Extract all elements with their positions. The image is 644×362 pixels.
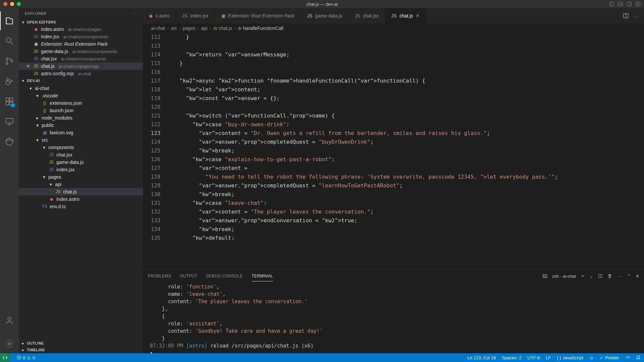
folder-item[interactable]: ▾public	[19, 122, 143, 129]
panel-tab-debug-console[interactable]: DEBUG CONSOLE	[206, 271, 243, 281]
toggle-panel-left-icon[interactable]	[609, 1, 614, 7]
explorer-activity[interactable]	[0, 11, 19, 30]
feedback-icon[interactable]: ☺	[589, 355, 594, 360]
kill-terminal-icon[interactable]	[607, 274, 612, 278]
chevron-down-icon: ▾	[42, 145, 46, 150]
language-mode[interactable]: { } JavaScript	[557, 355, 583, 360]
remote-indicator[interactable]	[0, 353, 10, 362]
js-file-icon: JS	[391, 13, 397, 18]
folder-item[interactable]: ▾.vscode	[19, 92, 143, 99]
project-section[interactable]: ▾ DEV-AI	[19, 77, 143, 84]
file-item[interactable]: ▦favicon.svg	[19, 129, 143, 136]
maximize-panel-icon[interactable]: ⌃	[627, 274, 631, 279]
open-editor-item[interactable]: ✕JSchat.jsxai-chat/src/components	[19, 55, 143, 62]
live-server-icon[interactable]	[625, 355, 630, 360]
js-file-icon: JS	[55, 189, 61, 194]
editor-tab[interactable]: JSindex.jsx	[176, 8, 215, 24]
accounts-activity[interactable]	[0, 311, 19, 330]
svg-point-9	[6, 38, 11, 43]
edge-tools-activity[interactable]	[0, 132, 19, 151]
svg-rect-4	[627, 2, 632, 6]
warning-icon: ⚠	[27, 355, 31, 360]
breadcrumb-segment[interactable]: src	[171, 26, 177, 31]
astro-file-icon: ◆	[48, 197, 54, 201]
cursor-position[interactable]: Ln 123, Col 16	[467, 355, 496, 360]
customize-layout-icon[interactable]	[635, 1, 641, 7]
code-editor[interactable]: 1121131141151161171181191201211221231241…	[143, 33, 644, 269]
more-actions-icon[interactable]: ···	[634, 13, 639, 18]
outline-section[interactable]: ▸ OUTLINE	[19, 340, 143, 347]
open-editor-item[interactable]: ✕◆index.astroai-chat/src/pages	[19, 26, 143, 33]
open-editor-item[interactable]: ✕JSastro.config.mjsai-chat	[19, 70, 143, 77]
folder-item[interactable]: ▾components	[19, 144, 143, 151]
file-item[interactable]: JSindex.jsx	[19, 166, 143, 173]
search-activity[interactable]	[0, 32, 19, 50]
problems-status[interactable]: ⓧ0 ⚠0	[17, 355, 35, 361]
file-item[interactable]: ◆index.astro	[19, 195, 143, 203]
editor-tab[interactable]: JSgame-data.js	[301, 8, 349, 24]
open-editor-item[interactable]: ✕▣Extension: Rust Extension Pack	[19, 40, 143, 48]
terminal-name[interactable]: zsh - ai-chat	[552, 274, 576, 279]
split-terminal-icon[interactable]	[598, 274, 603, 278]
editor-tab[interactable]: JSchat.js✕	[385, 8, 426, 24]
open-editors-section[interactable]: ▾ OPEN EDITORS	[19, 19, 143, 26]
open-editor-item[interactable]: ✕JSchat.jsai-chat/src/pages/api	[19, 62, 143, 70]
file-item[interactable]: JSgame-data.js	[19, 159, 143, 166]
breadcrumb[interactable]: ai-chat›src›pages›api›JS chat.js›⊕ handl…	[143, 24, 644, 33]
folder-item[interactable]: ▾src	[19, 136, 143, 144]
explorer-more-icon[interactable]: ···	[132, 11, 137, 15]
terminal-dropdown-icon[interactable]: ⌄	[590, 274, 593, 279]
close-tab-icon[interactable]: ✕	[416, 13, 420, 18]
editor-tab[interactable]: ▣Extension: Rust Extension Pack	[215, 8, 301, 24]
more-terminal-icon[interactable]: ···	[617, 274, 623, 279]
indentation-status[interactable]: Spaces: 2	[502, 355, 521, 360]
close-window-button[interactable]	[3, 2, 7, 6]
breadcrumb-segment[interactable]: pages	[183, 26, 195, 31]
breadcrumb-segment[interactable]: ai-chat	[151, 26, 165, 31]
folder-item[interactable]: ▸node_modules	[19, 114, 143, 122]
svg-point-27	[8, 317, 11, 320]
activity-bar: 7	[0, 8, 19, 353]
folder-item[interactable]: ▾pages	[19, 173, 143, 181]
eol-status[interactable]: LF	[546, 355, 551, 360]
file-item[interactable]: JSchat.js	[19, 188, 143, 195]
minimize-window-button[interactable]	[10, 2, 14, 6]
source-control-activity[interactable]	[0, 52, 19, 71]
file-item[interactable]: TSenv.d.ts	[19, 203, 143, 210]
file-item[interactable]: {}launch.json	[19, 107, 143, 114]
panel-tab-terminal[interactable]: TERMINAL	[252, 271, 273, 281]
js-file-icon: JS	[307, 13, 312, 18]
split-editor-icon[interactable]	[623, 13, 629, 19]
terminal-picker-icon[interactable]	[543, 274, 547, 278]
zoom-window-button[interactable]	[17, 2, 21, 6]
prettier-status[interactable]: ✓ Prettier	[600, 355, 619, 360]
file-item[interactable]: {}extensions.json	[19, 99, 143, 107]
toggle-panel-right-icon[interactable]	[627, 1, 632, 7]
new-terminal-icon[interactable]: ＋	[581, 273, 585, 279]
breadcrumb-segment[interactable]: api	[201, 26, 208, 31]
open-editor-item[interactable]: ✕JSindex.jsxai-chat/src/components	[19, 33, 143, 40]
svg-point-26	[6, 138, 13, 145]
panel-tab-output[interactable]: OUTPUT	[180, 271, 197, 281]
folder-item[interactable]: ▾api	[19, 181, 143, 188]
breadcrumb-segment[interactable]: ⊕ handleFunctionCall	[238, 26, 283, 31]
close-editor-icon[interactable]: ✕	[26, 63, 31, 69]
settings-activity[interactable]	[0, 334, 19, 353]
extensions-activity[interactable]: 7	[0, 92, 19, 111]
editor-tab[interactable]: JSchat.jsx	[349, 8, 385, 24]
run-debug-activity[interactable]	[0, 72, 19, 91]
terminal-output[interactable]: role: 'function', name: 'leave-chat', co…	[143, 282, 644, 353]
encoding-status[interactable]: UTF-8	[527, 355, 540, 360]
folder-item[interactable]: ▾ai-chat	[19, 85, 143, 92]
timeline-section[interactable]: ▸ TIMELINE	[19, 347, 143, 353]
panel-tab-problems[interactable]: PROBLEMS	[148, 271, 171, 281]
file-item[interactable]: JSchat.jsx	[19, 151, 143, 159]
remote-explorer-activity[interactable]	[0, 112, 19, 131]
close-panel-icon[interactable]: ✕	[636, 274, 639, 279]
editor-tab[interactable]: ◆x.astro	[143, 8, 176, 24]
toggle-panel-bottom-icon[interactable]	[618, 1, 623, 7]
breadcrumb-segment[interactable]: JS chat.js	[213, 26, 232, 31]
bottom-panel: PROBLEMSOUTPUTDEBUG CONSOLETERMINAL zsh …	[143, 269, 644, 353]
notifications-icon[interactable]	[636, 355, 641, 360]
open-editor-item[interactable]: ✕JSgame-data.jsai-chat/src/components	[19, 48, 143, 55]
